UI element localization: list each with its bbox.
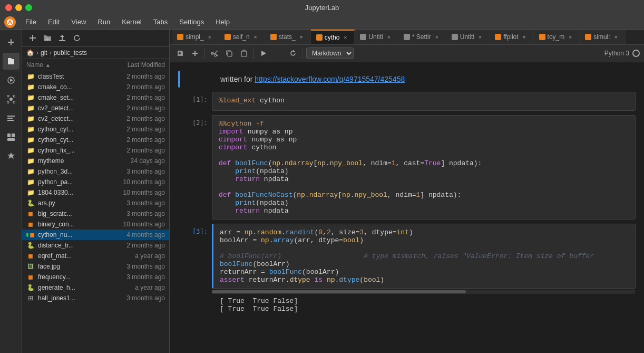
paste-btn[interactable] xyxy=(238,47,250,60)
new-folder-btn[interactable] xyxy=(41,32,54,44)
menu-kernel[interactable]: Kernel xyxy=(116,17,147,27)
file-row[interactable]: 📁python_pa...10 months ago xyxy=(22,177,169,187)
file-row[interactable]: 📁cmake_co...2 months ago xyxy=(22,82,169,92)
file-row[interactable]: 📁classTest2 months ago xyxy=(22,71,169,82)
tab-close-5[interactable]: × xyxy=(433,33,441,41)
new-file-btn[interactable] xyxy=(26,32,39,44)
tab-0[interactable]: simpl_× xyxy=(172,30,219,44)
tab-close-9[interactable]: × xyxy=(612,33,620,41)
menu-run[interactable]: Run xyxy=(92,17,115,27)
add-cell-btn[interactable] xyxy=(189,47,201,60)
sidebar-files-btn[interactable] xyxy=(3,53,19,70)
upload-btn[interactable] xyxy=(56,32,69,44)
stop-btn[interactable] xyxy=(272,47,285,60)
file-row[interactable]: 📁cv2_detect...2 months ago xyxy=(22,103,169,113)
notebook-content[interactable]: written for https://stackoverflow.com/q/… xyxy=(170,62,644,353)
breadcrumb-home-icon[interactable]: 🏠 xyxy=(26,49,34,56)
file-icon-12: 🐍 xyxy=(26,199,35,207)
menu-settings[interactable]: Settings xyxy=(174,17,209,27)
menu-view[interactable]: View xyxy=(66,17,91,27)
svg-rect-13 xyxy=(7,133,11,137)
file-row[interactable]: 📁mytheme24 days ago xyxy=(22,156,169,166)
code-line-11: print(npdata) xyxy=(219,199,629,207)
sidebar-tabs-btn[interactable] xyxy=(3,129,19,146)
svg-point-5 xyxy=(9,98,13,101)
tab-close-7[interactable]: × xyxy=(521,33,528,41)
tab-9[interactable]: simul:× xyxy=(580,30,625,44)
file-row[interactable]: 🖼face.jpg3 months ago xyxy=(22,261,169,272)
minimize-button[interactable] xyxy=(15,4,22,11)
sidebar-running-btn[interactable] xyxy=(3,72,19,89)
cell-input-1[interactable]: %load_ext cython xyxy=(212,92,636,111)
sidebar-cell-tools-btn[interactable] xyxy=(3,110,19,127)
tab-7[interactable]: ffpilot× xyxy=(490,30,533,44)
sidebar-extensions-btn[interactable] xyxy=(3,148,19,165)
save-btn[interactable] xyxy=(174,47,187,60)
tab-close-1[interactable]: × xyxy=(252,33,259,41)
sidebar-new-btn[interactable] xyxy=(3,34,19,51)
menu-edit[interactable]: Edit xyxy=(43,17,65,27)
tab-close-6[interactable]: × xyxy=(476,33,484,41)
svg-rect-11 xyxy=(7,118,13,119)
file-name-13: big_scratc... xyxy=(38,210,107,217)
cut-btn[interactable] xyxy=(208,47,221,60)
run-btn[interactable] xyxy=(257,47,270,60)
file-row[interactable]: 🐍ars.py3 months ago xyxy=(22,198,169,208)
cell-input-2[interactable]: %%cython -f import numpy as np cimport n… xyxy=(212,115,636,220)
tab-8[interactable]: toy_m× xyxy=(534,30,580,44)
menu-file[interactable]: File xyxy=(20,17,42,27)
file-row[interactable]: 🐍generate_h...a year ago xyxy=(22,282,169,293)
file-row[interactable]: ◼binary_con...10 months ago xyxy=(22,219,169,230)
file-icon-10: 📁 xyxy=(26,178,35,186)
code-line-3: cimport numpy as np xyxy=(219,136,629,144)
tab-2[interactable]: stats_× xyxy=(265,30,311,44)
file-icon-18: 🖼 xyxy=(26,262,35,271)
file-row[interactable]: 📁python_3d...3 months ago xyxy=(22,166,169,177)
close-button[interactable] xyxy=(5,4,12,11)
stackoverflow-link[interactable]: https://stackoverflow.com/q/49715547/425… xyxy=(255,75,405,83)
file-row[interactable]: ◼frequency...3 months ago xyxy=(22,272,169,282)
file-row[interactable]: 🐍distance_tr...2 months ago xyxy=(22,240,169,251)
sidebar-commands-btn[interactable] xyxy=(3,91,19,108)
file-row[interactable]: 📁cython_fix_...2 months ago xyxy=(22,145,169,156)
menu-tabs[interactable]: Tabs xyxy=(148,17,173,27)
restart-btn[interactable] xyxy=(287,47,299,60)
tab-close-2[interactable]: × xyxy=(298,33,305,41)
tab-1[interactable]: self_n× xyxy=(219,30,265,44)
file-icon-3: 📁 xyxy=(26,104,35,112)
menu-help[interactable]: Help xyxy=(210,17,235,27)
tab-3[interactable]: cytho× xyxy=(311,30,355,44)
tab-6[interactable]: Untitl× xyxy=(446,30,490,44)
maximize-button[interactable] xyxy=(25,4,32,11)
file-row[interactable]: 📁cmake_set...2 months ago xyxy=(22,92,169,103)
file-row[interactable]: 📁cython_cyt...2 months ago xyxy=(22,135,169,145)
markdown-cell-0: written for https://stackoverflow.com/q/… xyxy=(214,71,636,88)
code-c3-l4: # boolFunc(arr) # type mismatch, raises … xyxy=(220,252,629,260)
breadcrumb-git[interactable]: git xyxy=(41,49,47,56)
cell-content-1[interactable]: %load_ext cython xyxy=(212,92,636,111)
file-row[interactable]: 📁1804.0330...10 months ago xyxy=(22,187,169,198)
copy-btn[interactable] xyxy=(223,47,236,60)
file-row[interactable]: ◼big_scratc...3 months ago xyxy=(22,208,169,219)
tab-close-3[interactable]: × xyxy=(341,34,349,41)
column-name-header[interactable]: Name ▲ xyxy=(26,61,107,69)
file-row[interactable]: ◼cython_nu...4 months ago xyxy=(22,230,169,240)
tab-icon-3 xyxy=(316,34,323,41)
cell-input-3[interactable]: arr = np.random.randint(0,2, size=3, dty… xyxy=(212,224,636,289)
file-row[interactable]: 📁cv2_detect...2 months ago xyxy=(22,113,169,124)
breadcrumb-public-tests[interactable]: public_tests xyxy=(54,49,87,56)
tab-close-8[interactable]: × xyxy=(567,33,574,41)
file-row[interactable]: ⊞hall_jones1...3 months ago xyxy=(22,293,169,303)
file-row[interactable]: ◼eqref_mat...a year ago xyxy=(22,251,169,261)
tab-5[interactable]: * Settir× xyxy=(398,30,446,44)
cell-content-3[interactable]: arr = np.random.randint(0,2, size=3, dty… xyxy=(212,224,636,316)
refresh-btn[interactable] xyxy=(71,32,83,44)
file-row[interactable]: 📁cython_cyt...2 months ago xyxy=(22,124,169,135)
file-modified-17: a year ago xyxy=(107,252,165,260)
tab-close-4[interactable]: × xyxy=(385,33,393,41)
tab-4[interactable]: Untitl× xyxy=(355,30,398,44)
cell-content-2[interactable]: %%cython -f import numpy as np cimport n… xyxy=(212,115,636,220)
tab-close-0[interactable]: × xyxy=(206,33,213,41)
file-modified-15: 4 months ago xyxy=(107,231,165,238)
cell-type-select[interactable]: Markdown Code Raw xyxy=(306,47,354,59)
